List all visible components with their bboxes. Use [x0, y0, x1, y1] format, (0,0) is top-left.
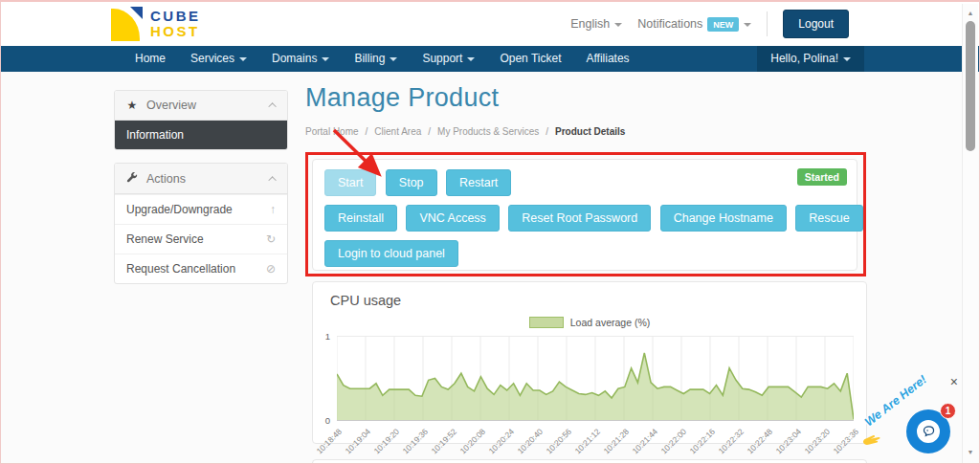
nav-item-services[interactable]: Services [179, 46, 258, 72]
legend-swatch [529, 317, 564, 328]
logo-text-cube: CUBE [150, 9, 201, 24]
breadcrumb-my-products[interactable]: My Products & Services [437, 126, 539, 137]
sidebar-item-upgrade-downgrade[interactable]: Upgrade/Downgrade ↑ [115, 194, 287, 224]
overview-panel: ★ Overview Information [114, 90, 288, 150]
actions-panel-header[interactable]: Actions [115, 164, 287, 194]
pointing-hand-icon [860, 429, 886, 453]
sidebar-item-renew-service[interactable]: Renew Service ↻ [115, 224, 287, 254]
top-header: CUBE HOST English NotificationsNEW Logou… [1, 2, 979, 46]
chart-legend: Load average (%) [313, 317, 866, 328]
logo-text-host: HOST [150, 24, 201, 39]
reinstall-button[interactable]: Reinstall [324, 205, 397, 232]
star-icon: ★ [125, 99, 139, 112]
breadcrumb: Portal Home / Client Area / My Products … [305, 126, 880, 137]
nav-item-domains[interactable]: Domains [260, 46, 341, 72]
sidebar-item-information[interactable]: Information [115, 121, 287, 149]
chat-bubble-icon [922, 425, 936, 438]
login-cloud-panel-button[interactable]: Login to cloud panel [324, 240, 458, 267]
breadcrumb-client-area[interactable]: Client Area [374, 126, 421, 137]
browser-viewport: CUBE HOST English NotificationsNEW Logou… [0, 0, 980, 464]
language-menu[interactable]: English [570, 17, 622, 31]
scroll-up-icon[interactable]: ▲ [963, 10, 978, 16]
page-title: Manage Product [305, 83, 880, 113]
ban-icon: ⊘ [266, 262, 276, 276]
upgrade-arrow-icon: ↑ [270, 203, 276, 216]
cpu-usage-card: CPU usage Load average (%) 1 0 10:18:481… [312, 281, 867, 444]
logout-button[interactable]: Logout [783, 10, 849, 38]
status-badge: Started [797, 168, 847, 186]
nav-item-affiliates[interactable]: Affiliates [574, 46, 640, 72]
caret-down-icon [467, 57, 475, 61]
nav-item-open-ticket[interactable]: Open Ticket [488, 46, 572, 72]
chart-title: CPU usage [330, 293, 401, 308]
vnc-access-button[interactable]: VNC Access [406, 205, 499, 232]
y-axis-tick-0: 0 [317, 415, 330, 426]
server-controls-card: Started Start Stop Restart Reinstall VNC… [312, 159, 858, 271]
caret-down-icon [322, 57, 329, 61]
change-hostname-button[interactable]: Change Hostname [660, 205, 787, 232]
live-chat-widget: × We Are Here! 1 [864, 379, 960, 457]
cpu-load-area-chart [337, 336, 854, 421]
chevron-up-icon [268, 102, 276, 110]
legend-label: Load average (%) [570, 317, 650, 328]
overview-title: Overview [146, 99, 196, 112]
caret-down-icon [390, 57, 397, 61]
language-label: English [570, 17, 610, 31]
caret-down-icon [843, 57, 851, 61]
nav-item-home[interactable]: Home [123, 46, 177, 72]
vertical-scrollbar[interactable]: ▲ ▼ [962, 4, 978, 463]
restart-button[interactable]: Restart [446, 169, 511, 196]
main-content: Manage Product Portal Home / Client Area… [305, 83, 880, 137]
cubehost-logo-icon [111, 7, 143, 41]
caret-down-icon [239, 57, 247, 61]
divider [767, 11, 768, 36]
breadcrumb-portal-home[interactable]: Portal Home [305, 126, 359, 137]
notifications-label: Notifications [637, 17, 702, 31]
stop-button[interactable]: Stop [386, 169, 437, 196]
scrollbar-thumb[interactable] [966, 21, 975, 151]
nav-item-support[interactable]: Support [411, 46, 486, 72]
wrench-icon [125, 171, 139, 186]
rescue-button[interactable]: Rescue [795, 205, 862, 232]
caret-down-icon [744, 23, 751, 27]
user-greeting: Hello, Polina! [770, 52, 838, 65]
nav-item-billing[interactable]: Billing [343, 46, 409, 72]
chevron-up-icon [268, 176, 276, 184]
unread-count-badge: 1 [940, 403, 956, 419]
next-panel-partial [312, 459, 867, 464]
reset-root-password-button[interactable]: Reset Root Password [508, 205, 651, 232]
caret-down-icon [614, 23, 622, 27]
actions-title: Actions [146, 172, 186, 186]
refresh-icon: ↻ [266, 232, 276, 246]
overview-panel-header[interactable]: ★ Overview [115, 91, 287, 121]
start-button[interactable]: Start [324, 169, 376, 196]
scroll-down-icon[interactable]: ▼ [963, 449, 978, 455]
breadcrumb-product-details: Product Details [555, 126, 625, 137]
sidebar-item-request-cancellation[interactable]: Request Cancellation ⊘ [115, 254, 287, 283]
main-navbar: Home Services Domains Billing Support Op… [1, 46, 979, 72]
y-axis-tick-1: 1 [317, 331, 330, 342]
notifications-menu[interactable]: NotificationsNEW [637, 17, 751, 31]
close-icon[interactable]: × [950, 375, 958, 388]
new-badge: NEW [707, 17, 739, 32]
cubehost-logo[interactable]: CUBE HOST [111, 7, 201, 41]
user-menu[interactable]: Hello, Polina! [757, 46, 864, 72]
actions-panel: Actions Upgrade/Downgrade ↑ Renew Servic… [114, 163, 288, 284]
sidebar: ★ Overview Information Actions Upgrade/D… [114, 90, 288, 297]
